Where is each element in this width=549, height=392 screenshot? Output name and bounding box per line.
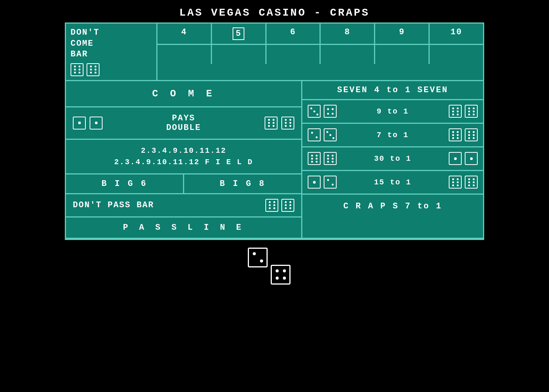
numbers-top: 4 5 6 8 9 10: [157, 24, 483, 45]
die-6b: [87, 63, 100, 76]
dont-come-bar-label: DON'TCOMEBAR: [71, 27, 100, 60]
prop-row-15to1[interactable]: 15 to 1: [302, 171, 483, 195]
prop-dice-left-15to1: [308, 176, 342, 189]
big-6-cell[interactable]: B I G 6: [66, 174, 184, 193]
prop-dice-right-15to1: [443, 176, 478, 189]
die-6n: [465, 176, 478, 189]
prop-row-9to1[interactable]: 9 to 1: [302, 100, 483, 124]
die-3b: [324, 128, 337, 141]
number-bottom-8[interactable]: [321, 45, 375, 64]
big-8-cell[interactable]: B I G 8: [184, 174, 301, 193]
die-1d: [465, 152, 478, 165]
pays-double-row: PAYSDOUBLE: [66, 107, 301, 140]
dont-pass-dice: [265, 199, 294, 212]
die-6i: [449, 128, 462, 141]
number-5-boxed: 5: [233, 27, 244, 40]
left-side: C O M E PAYSDOUBLE: [66, 81, 302, 238]
die-6h: [465, 105, 478, 118]
number-9[interactable]: 9: [375, 24, 430, 44]
die-2b: [324, 176, 337, 189]
seven-label: SEVEN 4 to 1 SEVEN: [337, 85, 448, 95]
top-section: DON'TCOMEBAR: [66, 24, 483, 81]
die-6a: [71, 63, 83, 76]
die-1e: [308, 176, 321, 189]
prop-dice-right-30to1: [443, 152, 478, 165]
bottom-dice-area: [65, 244, 484, 290]
seven-row[interactable]: SEVEN 4 to 1 SEVEN: [302, 81, 483, 100]
die-3a: [308, 105, 321, 118]
number-bottom-6[interactable]: [266, 45, 321, 64]
die-1a: [73, 117, 86, 130]
pass-line-label: P A S S L I N E: [123, 223, 244, 232]
prop-dice-left-9to1: [308, 105, 342, 118]
prop-row-7to1[interactable]: 7 to 1: [302, 124, 483, 147]
big-8-label: B I G 8: [220, 179, 265, 189]
field-numbers: 2.3.4.9.10.11.12: [141, 146, 226, 155]
prop-7to1-label: 7 to 1: [342, 131, 443, 139]
die-6j: [465, 128, 478, 141]
number-bottom-5[interactable]: [212, 45, 266, 64]
die-6f: [281, 199, 294, 212]
number-10[interactable]: 10: [430, 24, 483, 44]
number-bottom-4[interactable]: [157, 45, 212, 64]
numbers-section: 4 5 6 8 9 10: [157, 24, 483, 80]
numbers-bottom: [157, 45, 483, 64]
number-5[interactable]: 5: [212, 24, 266, 44]
die-2a: [308, 128, 321, 141]
bottom-die-1: [248, 248, 268, 267]
craps-row[interactable]: C R A P S 7 to 1: [302, 195, 483, 218]
prop-row-30to1[interactable]: 30 to 1: [302, 147, 483, 171]
come-label: C O M E: [152, 88, 215, 99]
bottom-die-2: [271, 265, 291, 285]
page-title: LAS VEGAS CASINO - CRAPS: [179, 7, 369, 19]
craps-label: C R A P S 7 to 1: [308, 202, 478, 211]
right-side: SEVEN 4 to 1 SEVEN: [302, 81, 483, 238]
number-4[interactable]: 4: [157, 24, 212, 44]
pays-double-label: PAYSDOUBLE: [103, 114, 265, 133]
dont-pass-row[interactable]: DON'T PASS BAR: [66, 194, 301, 218]
big-row: B I G 6 B I G 8: [66, 174, 301, 194]
dont-come-bar: DON'TCOMEBAR: [66, 24, 157, 80]
die-6d: [281, 117, 294, 130]
prop-dice-right-7to1: [443, 128, 478, 141]
prop-15to1-label: 15 to 1: [342, 178, 443, 187]
die-1c: [449, 152, 462, 165]
die-6m: [449, 176, 462, 189]
prop-9to1-label: 9 to 1: [342, 107, 443, 116]
die-6k: [308, 152, 321, 165]
die-4a: [324, 105, 337, 118]
pays-double-dice-right: [265, 117, 294, 130]
number-8[interactable]: 8: [321, 24, 375, 44]
prop-dice-left-30to1: [308, 152, 342, 165]
prop-dice-right-9to1: [443, 105, 478, 118]
prop-30to1-label: 30 to 1: [342, 154, 443, 163]
big-6-label: B I G 6: [101, 179, 147, 189]
craps-table: DON'TCOMEBAR: [65, 22, 484, 240]
pays-double-dice-left: [73, 117, 103, 130]
field-row[interactable]: 2.3.4.9.10.11.12 2.3.4.9.10.11.12 F I E …: [66, 140, 301, 174]
number-bottom-10[interactable]: [430, 45, 483, 64]
dont-come-bar-dice: [71, 63, 100, 76]
prop-dice-left-7to1: [308, 128, 342, 141]
die-6g: [449, 105, 462, 118]
middle-section: C O M E PAYSDOUBLE: [66, 81, 483, 239]
die-6l: [324, 152, 337, 165]
number-6[interactable]: 6: [266, 24, 321, 44]
die-6e: [265, 199, 278, 212]
die-6c: [265, 117, 278, 130]
field-label: 2.3.4.9.10.11.12 F I E L D: [114, 158, 253, 166]
number-bottom-9[interactable]: [375, 45, 430, 64]
dont-pass-label: DON'T PASS BAR: [73, 200, 154, 210]
die-1b: [90, 117, 103, 130]
pass-line-row[interactable]: P A S S L I N E: [66, 218, 301, 238]
come-row[interactable]: C O M E: [66, 81, 301, 107]
